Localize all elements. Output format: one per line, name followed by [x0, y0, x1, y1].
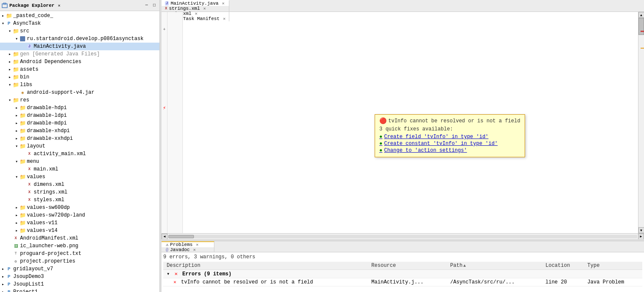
- tree-arrow-values-v11[interactable]: ▸: [15, 220, 20, 226]
- editor-tab-0[interactable]: JMainActivity.java✕: [162, 0, 229, 6]
- tree-item-libs[interactable]: ▾📁libs: [0, 81, 159, 89]
- tree-arrow-layout[interactable]: ▾: [15, 144, 20, 149]
- tree-arrow-drawable-xhdpi[interactable]: ▸: [15, 128, 20, 133]
- col-path[interactable]: Path▲: [447, 262, 542, 270]
- tree-item-package[interactable]: ▾ru.startandroid.develop.p0861asynctask: [0, 35, 159, 43]
- tree-arrow-drawable-hdpi[interactable]: ▸: [15, 105, 20, 110]
- tree-arrow-asynctask[interactable]: ▾: [2, 21, 6, 26]
- tree-item-assets[interactable]: ▸📁assets: [0, 66, 159, 73]
- tree-arrow-gridlayout_v7[interactable]: ▸: [2, 266, 6, 272]
- tree-item-drawable-mdpi[interactable]: ▸📁drawable-mdpi: [0, 119, 159, 127]
- tree-item-ic_launcher[interactable]: 🖼ic_launcher-web.png: [0, 242, 159, 250]
- tree-item-menu[interactable]: ▾📁menu: [0, 158, 159, 165]
- tree-item-drawable-xhdpi[interactable]: ▸📁drawable-xhdpi: [0, 127, 159, 135]
- sidebar-minimize-btn[interactable]: ─: [143, 2, 150, 9]
- sidebar-close-icon[interactable]: ✕: [58, 3, 61, 8]
- tree-item-drawable-ldpi[interactable]: ▸📁drawable-ldpi: [0, 112, 159, 119]
- tree-item-res[interactable]: ▾📁res: [0, 96, 159, 104]
- tree-item-androidmanifest[interactable]: XAndroidManifest.xml: [0, 234, 159, 242]
- tree-item-android-deps[interactable]: ▸📁Android Dependencies: [0, 58, 159, 66]
- tree-item-proguard[interactable]: Tproguard-project.txt: [0, 250, 159, 257]
- tooltip-fix1[interactable]: ● Create field 'tvInfo' in type 'id': [379, 134, 520, 140]
- tree-item-pasted_code[interactable]: ▸📁_pasted_code_: [0, 12, 159, 20]
- tree-item-android-support[interactable]: ◉android-support-v4.jar: [0, 89, 159, 96]
- tree-item-values-v11[interactable]: ▸📁values-v11: [0, 219, 159, 227]
- tree-arrow-package[interactable]: ▾: [15, 36, 20, 41]
- tree-item-values[interactable]: ▾📁values: [0, 173, 159, 181]
- errors-section-row[interactable]: ▾ ✕ Errors (9 items): [163, 270, 642, 278]
- tree-item-project1[interactable]: ▸PProject1: [0, 288, 159, 292]
- hscroll-thumb[interactable]: [168, 235, 194, 238]
- tree-arrow-src[interactable]: ▾: [9, 29, 13, 34]
- scroll-right-btn[interactable]: ▶: [638, 234, 644, 240]
- tab-close-0[interactable]: ✕: [222, 1, 225, 6]
- tree-item-gridlayout_v7[interactable]: ▸Pgridlayout_v7: [0, 265, 159, 273]
- col-location[interactable]: Location: [542, 262, 584, 270]
- tab-close-1[interactable]: ✕: [203, 6, 206, 11]
- tree-item-bin[interactable]: ▸📁bin: [0, 73, 159, 81]
- tree-item-drawable-hdpi[interactable]: ▸📁drawable-hdpi: [0, 104, 159, 112]
- scroll-left-btn[interactable]: ◀: [162, 234, 167, 240]
- bottom-tab-javadoc[interactable]: @Javadoc✕: [162, 247, 214, 252]
- tree-label-menu: menu: [27, 159, 39, 165]
- horizontal-scrollbar[interactable]: ◀ ▶: [162, 233, 644, 239]
- scroll-track[interactable]: [638, 18, 644, 227]
- tree-arrow-drawable-xxhdpi[interactable]: ▸: [15, 136, 20, 141]
- tree-item-styles[interactable]: Xstyles.xml: [0, 196, 159, 204]
- bottom-tab-close-1[interactable]: ✕: [193, 247, 196, 252]
- tree-arrow-values-sw720dp-land[interactable]: ▸: [15, 213, 20, 218]
- col-description[interactable]: Description: [163, 262, 368, 270]
- tree-arrow-pasted_code[interactable]: ▸: [2, 13, 6, 18]
- tree-arrow-values-v14[interactable]: ▸: [15, 228, 20, 233]
- tree-item-jsoupdemo3[interactable]: ▸PJsoupDemo3: [0, 273, 159, 280]
- tree-item-strings[interactable]: Xstrings.xml: [0, 188, 159, 196]
- tree-item-drawable-xxhdpi[interactable]: ▸📁drawable-xxhdpi: [0, 135, 159, 142]
- editor-tab-1[interactable]: Xstrings.xml✕: [162, 6, 229, 11]
- error-gutter-icon[interactable]: ⚡: [163, 105, 166, 111]
- tooltip-fix3[interactable]: ● Change to 'action settings': [379, 147, 520, 153]
- tree-arrow-drawable-mdpi[interactable]: ▸: [15, 121, 20, 126]
- bottom-tab-close-0[interactable]: ✕: [196, 242, 199, 247]
- tree-item-values-v14[interactable]: ▸📁values-v14: [0, 227, 159, 234]
- expand-icon[interactable]: +: [163, 27, 165, 32]
- tree-item-jsouplist1[interactable]: ▸PJsoupList1: [0, 280, 159, 288]
- tree-item-values-sw720dp-land[interactable]: ▸📁values-sw720dp-land: [0, 211, 159, 219]
- tree-arrow-assets[interactable]: ▸: [9, 67, 13, 72]
- tree-arrow-menu[interactable]: ▾: [15, 159, 20, 164]
- tree-arrow-values-sw600dp[interactable]: ▸: [15, 205, 20, 210]
- sidebar-maximize-btn[interactable]: □: [151, 2, 158, 9]
- section-arrow[interactable]: ▾: [167, 271, 170, 277]
- tree-arrow-libs[interactable]: ▾: [9, 82, 13, 87]
- tree-arrow-values[interactable]: ▾: [15, 174, 20, 179]
- table-row[interactable]: ✕ tvInfo cannot be resolved or is not a …: [163, 278, 642, 286]
- tree-arrow-jsouplist1[interactable]: ▸: [2, 282, 6, 287]
- tree-item-project_prop[interactable]: ⚙project.properties: [0, 257, 159, 265]
- tree-item-gen[interactable]: ▸📁gen [Generated Java Files]: [0, 50, 159, 58]
- tree-arrow-android-deps[interactable]: ▸: [9, 59, 13, 64]
- tree-item-mainactivity[interactable]: JMainActivity.java: [0, 43, 159, 50]
- tree-arrow-project1[interactable]: ▸: [2, 289, 6, 292]
- scroll-thumb[interactable]: [638, 18, 644, 35]
- scroll-down-btn[interactable]: ▼: [638, 227, 644, 233]
- problems-tbody: ▾ ✕ Errors (9 items) ✕ tvInfo cannot be …: [163, 270, 642, 286]
- tree-item-values-sw600dp[interactable]: ▸📁values-sw600dp: [0, 204, 159, 211]
- right-scrollbar[interactable]: ▲ ▼: [638, 12, 644, 233]
- tree-item-activity_main[interactable]: Xactivity_main.xml: [0, 150, 159, 158]
- tree-arrow-res[interactable]: ▾: [9, 98, 13, 103]
- tooltip-fix2[interactable]: ● Create constant 'tvInfo' in type 'id': [379, 141, 520, 147]
- tree-item-main_xml[interactable]: Xmain.xml: [0, 165, 159, 173]
- tree-arrow-drawable-ldpi[interactable]: ▸: [15, 113, 20, 118]
- tab-xml-icon: X: [165, 6, 167, 11]
- tree-arrow-jsoupdemo3[interactable]: ▸: [2, 274, 6, 279]
- tree-item-src[interactable]: ▾📁src: [0, 27, 159, 35]
- tree-arrow-bin[interactable]: ▸: [9, 75, 13, 80]
- col-resource[interactable]: Resource: [368, 262, 447, 270]
- scroll-up-btn[interactable]: ▲: [638, 12, 644, 18]
- tree-item-layout[interactable]: ▾📁layout: [0, 142, 159, 150]
- col-type[interactable]: Type: [584, 262, 642, 270]
- hscroll-track[interactable]: [168, 235, 637, 238]
- bottom-tab-problems[interactable]: ⚠Problems✕: [162, 241, 214, 247]
- tree-item-asynctask[interactable]: ▾PAsyncTask: [0, 20, 159, 27]
- tree-item-dimens[interactable]: Xdimens.xml: [0, 181, 159, 188]
- tree-arrow-gen[interactable]: ▸: [9, 52, 13, 57]
